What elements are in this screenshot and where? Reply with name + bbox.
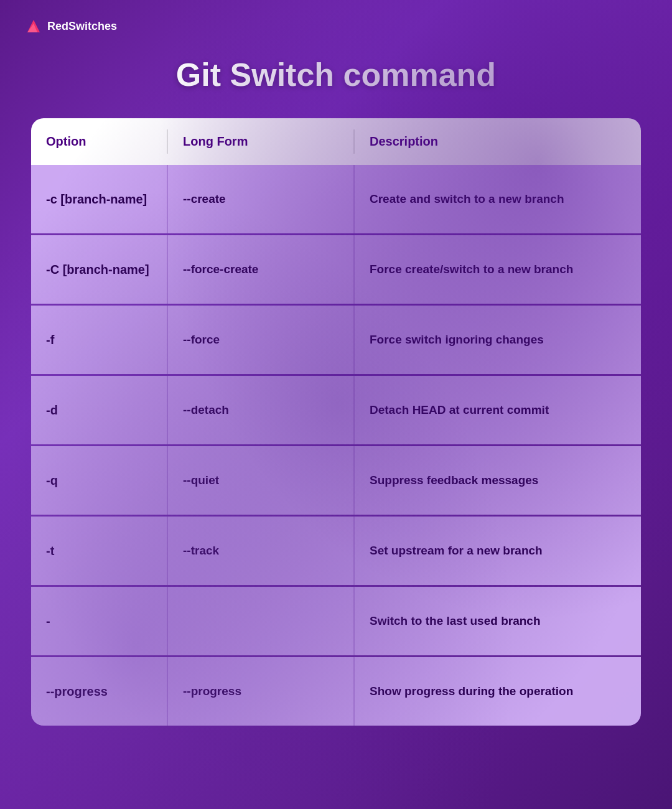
option-cell: -C [branch-name] — [31, 235, 168, 304]
table-row: -c [branch-name]--createCreate and switc… — [31, 165, 641, 233]
description-cell: Set upstream for a new branch — [355, 517, 641, 585]
option-cell: -t — [31, 517, 168, 585]
logo-icon — [25, 17, 42, 35]
description-cell: Show progress during the operation — [355, 657, 641, 726]
option-cell: -c [branch-name] — [31, 165, 168, 233]
description-cell: Detach HEAD at current commit — [355, 376, 641, 444]
option-cell: -f — [31, 306, 168, 374]
long-form-cell: --create — [168, 165, 355, 233]
description-cell: Force create/switch to a new branch — [355, 235, 641, 304]
long-form-cell: --progress — [168, 657, 355, 726]
logo-area: RedSwitches — [25, 17, 117, 35]
table-row: -C [branch-name]--force-createForce crea… — [31, 235, 641, 304]
long-form-cell: --detach — [168, 376, 355, 444]
header-long-form: Long Form — [168, 129, 355, 154]
table-row: -Switch to the last used branch — [31, 587, 641, 655]
description-cell: Create and switch to a new branch — [355, 165, 641, 233]
long-form-cell — [168, 587, 355, 655]
header-description: Description — [355, 129, 641, 154]
long-form-cell: --force-create — [168, 235, 355, 304]
table-body: -c [branch-name]--createCreate and switc… — [31, 165, 641, 726]
option-cell: --progress — [31, 657, 168, 726]
option-cell: -q — [31, 446, 168, 515]
table-row: -f--forceForce switch ignoring changes — [31, 306, 641, 374]
table-row: -t--trackSet upstream for a new branch — [31, 517, 641, 585]
option-cell: -d — [31, 376, 168, 444]
description-cell: Suppress feedback messages — [355, 446, 641, 515]
long-form-cell: --track — [168, 517, 355, 585]
description-cell: Switch to the last used branch — [355, 587, 641, 655]
option-cell: - — [31, 587, 168, 655]
table-row: -d--detachDetach HEAD at current commit — [31, 376, 641, 444]
table-row: -q--quietSuppress feedback messages — [31, 446, 641, 515]
table-row: --progress--progressShow progress during… — [31, 657, 641, 726]
header-option: Option — [31, 129, 168, 154]
long-form-cell: --quiet — [168, 446, 355, 515]
table-container: Option Long Form Description -c [branch-… — [31, 118, 641, 726]
description-cell: Force switch ignoring changes — [355, 306, 641, 374]
long-form-cell: --force — [168, 306, 355, 374]
table-header: Option Long Form Description — [31, 118, 641, 165]
logo-text: RedSwitches — [47, 20, 117, 33]
